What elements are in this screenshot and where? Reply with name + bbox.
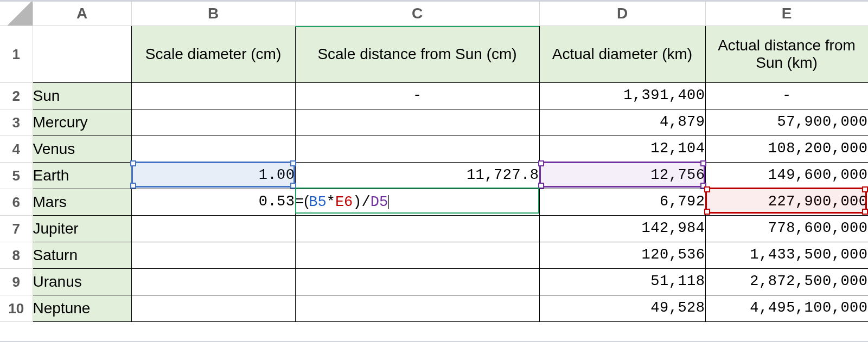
cell-A1[interactable] (33, 26, 131, 83)
cell-C1[interactable]: Scale distance from Sun (cm) (295, 26, 539, 83)
cell-A10[interactable]: Neptune (33, 295, 131, 322)
cell-A6[interactable]: Mars (33, 189, 131, 216)
cell-D4[interactable]: 12,104 (539, 136, 705, 163)
col-header-A[interactable]: A (33, 2, 131, 26)
cell-B3[interactable] (131, 109, 295, 136)
cell-A4[interactable]: Venus (33, 136, 131, 163)
row-header-4[interactable]: 4 (0, 136, 33, 163)
cell-E3[interactable]: 57,900,000 (705, 109, 868, 136)
row-header-7[interactable]: 7 (0, 216, 33, 242)
col-header-C[interactable]: C (295, 2, 539, 26)
cell-E7[interactable]: 778,600,000 (705, 216, 868, 242)
formula-ref-B5: B5 (309, 194, 326, 210)
cell-D2[interactable]: 1,391,400 (539, 83, 705, 109)
cell-E4[interactable]: 108,200,000 (705, 136, 868, 163)
spreadsheet-grid[interactable]: A B C D E 1 Scale diameter (cm) Scale di… (0, 2, 868, 322)
cell-D8[interactable]: 120,536 (539, 242, 705, 269)
cell-B9[interactable] (131, 269, 295, 295)
cell-A3[interactable]: Mercury (33, 109, 131, 136)
cell-C6-active[interactable]: =(B5*E6)/D5 (295, 189, 539, 216)
cell-D5[interactable]: 12,756 (539, 163, 705, 189)
cell-B4[interactable] (131, 136, 295, 163)
cell-A8[interactable]: Saturn (33, 242, 131, 269)
cell-B2[interactable] (131, 83, 295, 109)
cell-B7[interactable] (131, 216, 295, 242)
cell-E1[interactable]: Actual distance from Sun (km) (705, 26, 868, 83)
row-header-5[interactable]: 5 (0, 163, 33, 189)
cell-C3[interactable] (295, 109, 539, 136)
cell-A7[interactable]: Jupiter (33, 216, 131, 242)
cell-E5[interactable]: 149,600,000 (705, 163, 868, 189)
cell-C9[interactable] (295, 269, 539, 295)
cell-C10[interactable] (295, 295, 539, 322)
cell-C2[interactable]: - (295, 83, 539, 109)
select-all-corner[interactable] (0, 2, 33, 26)
cell-D3[interactable]: 4,879 (539, 109, 705, 136)
row-header-2[interactable]: 2 (0, 83, 33, 109)
cell-A5[interactable]: Earth (33, 163, 131, 189)
cell-B1[interactable]: Scale diameter (cm) (131, 26, 295, 83)
row-header-8[interactable]: 8 (0, 242, 33, 269)
cell-E2[interactable]: - (705, 83, 868, 109)
cell-D6[interactable]: 6,792 (539, 189, 705, 216)
cell-D1[interactable]: Actual diameter (km) (539, 26, 705, 83)
col-header-E[interactable]: E (705, 2, 868, 26)
cell-B10[interactable] (131, 295, 295, 322)
col-header-D[interactable]: D (539, 2, 705, 26)
formula-op-mul: * (327, 194, 335, 210)
cell-D9[interactable]: 51,118 (539, 269, 705, 295)
cell-A9[interactable]: Uranus (33, 269, 131, 295)
cell-B8[interactable] (131, 242, 295, 269)
cell-B6[interactable]: 0.53 (131, 189, 295, 216)
cell-E6[interactable]: 227,900,000 (705, 189, 868, 216)
row-header-3[interactable]: 3 (0, 109, 33, 136)
cell-B5[interactable]: 1.00 (131, 163, 295, 189)
spreadsheet-viewport[interactable]: A B C D E 1 Scale diameter (cm) Scale di… (0, 0, 868, 342)
cell-C8[interactable] (295, 242, 539, 269)
cell-E8[interactable]: 1,433,500,000 (705, 242, 868, 269)
col-header-B[interactable]: B (131, 2, 295, 26)
formula-ref-D5: D5 (371, 194, 388, 210)
row-header-1[interactable]: 1 (0, 26, 33, 83)
row-header-10[interactable]: 10 (0, 295, 33, 322)
formula-close: )/ (353, 194, 370, 210)
row-header-6[interactable]: 6 (0, 189, 33, 216)
cell-D7[interactable]: 142,984 (539, 216, 705, 242)
cell-E9[interactable]: 2,872,500,000 (705, 269, 868, 295)
cell-E10[interactable]: 4,495,100,000 (705, 295, 868, 322)
formula-ref-E6: E6 (335, 194, 353, 210)
cell-A2[interactable]: Sun (33, 83, 131, 109)
cell-C7[interactable] (295, 216, 539, 242)
text-caret (388, 195, 389, 209)
formula-prefix: =( (296, 193, 309, 209)
cell-D10[interactable]: 49,528 (539, 295, 705, 322)
cell-C4[interactable] (295, 136, 539, 163)
row-header-9[interactable]: 9 (0, 269, 33, 295)
cell-C5[interactable]: 11,727.8 (295, 163, 539, 189)
